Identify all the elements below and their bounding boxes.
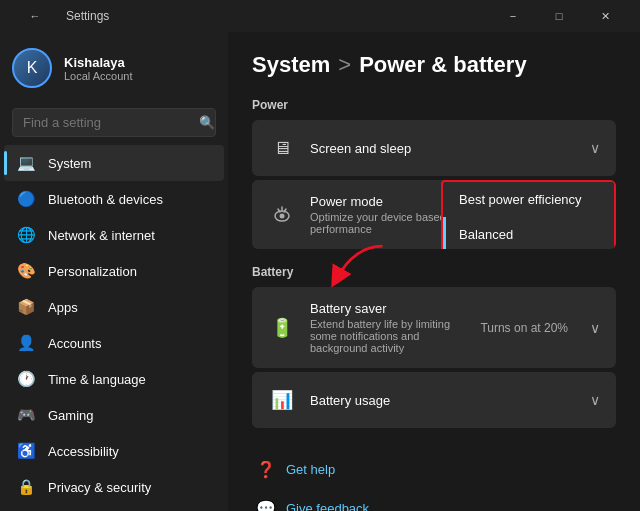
power-mode-icon — [268, 201, 296, 229]
time-label: Time & language — [48, 372, 146, 387]
screen-sleep-icon: 🖥 — [268, 134, 296, 162]
system-label: System — [48, 156, 91, 171]
user-info: Kishalaya Local Account — [64, 55, 133, 82]
titlebar-title: Settings — [66, 9, 109, 23]
accessibility-icon: ♿ — [16, 441, 36, 461]
svg-point-1 — [280, 213, 285, 218]
bluetooth-icon: 🔵 — [16, 189, 36, 209]
bottom-link-icon-1: 💬 — [256, 499, 276, 511]
time-icon: 🕐 — [16, 369, 36, 389]
accessibility-label: Accessibility — [48, 444, 119, 459]
bottom-links: ❓ Get help 💬 Give feedback — [252, 452, 616, 511]
bottom-link-1[interactable]: 💬 Give feedback — [252, 491, 616, 511]
sidebar-item-network[interactable]: 🌐 Network & internet — [4, 217, 224, 253]
avatar: K — [12, 48, 52, 88]
bluetooth-label: Bluetooth & devices — [48, 192, 163, 207]
sidebar-item-system[interactable]: 💻 System — [4, 145, 224, 181]
battery-saver-sub: Extend battery life by limiting some not… — [310, 318, 466, 354]
accounts-icon: 👤 — [16, 333, 36, 353]
battery-section-label: Battery — [252, 265, 616, 279]
privacy-icon: 🔒 — [16, 477, 36, 497]
battery-usage-icon: 📊 — [268, 386, 296, 414]
screen-sleep-card: 🖥 Screen and sleep ∨ — [252, 120, 616, 176]
battery-saver-text: Battery saver Extend battery life by lim… — [310, 301, 466, 354]
personalization-icon: 🎨 — [16, 261, 36, 281]
search-box[interactable]: 🔍 — [12, 108, 216, 137]
system-icon: 💻 — [16, 153, 36, 173]
breadcrumb-parent: System — [252, 52, 330, 78]
power-mode-card: Power mode Optimize your device based on… — [252, 180, 616, 249]
battery-saver-card: 🔋 Battery saver Extend battery life by l… — [252, 287, 616, 368]
titlebar-left: ← Settings — [12, 0, 109, 32]
battery-saver-chevron: ∨ — [590, 320, 600, 336]
battery-saver-icon: 🔋 — [268, 314, 296, 342]
back-button[interactable]: ← — [12, 0, 58, 32]
content-area: System > Power & battery Power 🖥 Screen … — [228, 32, 640, 511]
titlebar-controls: − □ ✕ — [490, 0, 628, 32]
main-layout: K Kishalaya Local Account 🔍 💻 System 🔵 B… — [0, 32, 640, 511]
search-icon: 🔍 — [199, 115, 215, 130]
power-mode-dropdown[interactable]: Best power efficiencyBalancedBest perfor… — [441, 180, 616, 249]
power-section-label: Power — [252, 98, 616, 112]
bottom-link-label-1: Give feedback — [286, 501, 369, 511]
power-mode-option-1[interactable]: Balanced — [443, 217, 614, 249]
page-title: System > Power & battery — [252, 52, 616, 78]
power-mode-row[interactable]: Power mode Optimize your device based on… — [252, 180, 616, 249]
personalization-label: Personalization — [48, 264, 137, 279]
battery-usage-row[interactable]: 📊 Battery usage ∨ — [252, 372, 616, 428]
screen-sleep-title: Screen and sleep — [310, 141, 576, 156]
sidebar: K Kishalaya Local Account 🔍 💻 System 🔵 B… — [0, 32, 228, 511]
gaming-icon: 🎮 — [16, 405, 36, 425]
power-mode-option-0[interactable]: Best power efficiency — [443, 182, 614, 217]
user-name: Kishalaya — [64, 55, 133, 70]
network-label: Network & internet — [48, 228, 155, 243]
battery-section: Battery 🔋 Battery saver Extend battery l… — [252, 265, 616, 428]
battery-usage-card: 📊 Battery usage ∨ — [252, 372, 616, 428]
battery-saver-title: Battery saver — [310, 301, 466, 316]
user-section[interactable]: K Kishalaya Local Account — [0, 32, 228, 104]
sidebar-item-gaming[interactable]: 🎮 Gaming — [4, 397, 224, 433]
gaming-label: Gaming — [48, 408, 94, 423]
sidebar-item-apps[interactable]: 📦 Apps — [4, 289, 224, 325]
user-sub: Local Account — [64, 70, 133, 82]
sidebar-item-bluetooth[interactable]: 🔵 Bluetooth & devices — [4, 181, 224, 217]
titlebar: ← Settings − □ ✕ — [0, 0, 640, 32]
sidebar-item-privacy[interactable]: 🔒 Privacy & security — [4, 469, 224, 505]
bottom-link-0[interactable]: ❓ Get help — [252, 452, 616, 487]
apps-label: Apps — [48, 300, 78, 315]
sidebar-item-accounts[interactable]: 👤 Accounts — [4, 325, 224, 361]
battery-usage-chevron: ∨ — [590, 392, 600, 408]
sidebar-item-personalization[interactable]: 🎨 Personalization — [4, 253, 224, 289]
network-icon: 🌐 — [16, 225, 36, 245]
minimize-button[interactable]: − — [490, 0, 536, 32]
bottom-link-icon-0: ❓ — [256, 460, 276, 479]
privacy-label: Privacy & security — [48, 480, 151, 495]
maximize-button[interactable]: □ — [536, 0, 582, 32]
screen-sleep-row[interactable]: 🖥 Screen and sleep ∨ — [252, 120, 616, 176]
sidebar-item-time[interactable]: 🕐 Time & language — [4, 361, 224, 397]
battery-usage-text: Battery usage — [310, 393, 576, 408]
bottom-link-label-0: Get help — [286, 462, 335, 477]
search-input[interactable] — [23, 115, 191, 130]
sidebar-item-accessibility[interactable]: ♿ Accessibility — [4, 433, 224, 469]
screen-sleep-chevron: ∨ — [590, 140, 600, 156]
apps-icon: 📦 — [16, 297, 36, 317]
close-button[interactable]: ✕ — [582, 0, 628, 32]
battery-saver-value: Turns on at 20% — [480, 321, 568, 335]
battery-usage-title: Battery usage — [310, 393, 576, 408]
screen-sleep-text: Screen and sleep — [310, 141, 576, 156]
nav-list: 💻 System 🔵 Bluetooth & devices 🌐 Network… — [0, 145, 228, 511]
breadcrumb-sep: > — [338, 52, 351, 78]
sidebar-item-update[interactable]: 🔄 Windows Update — [4, 505, 224, 511]
accounts-label: Accounts — [48, 336, 101, 351]
page-heading: Power & battery — [359, 52, 527, 78]
battery-saver-row[interactable]: 🔋 Battery saver Extend battery life by l… — [252, 287, 616, 368]
